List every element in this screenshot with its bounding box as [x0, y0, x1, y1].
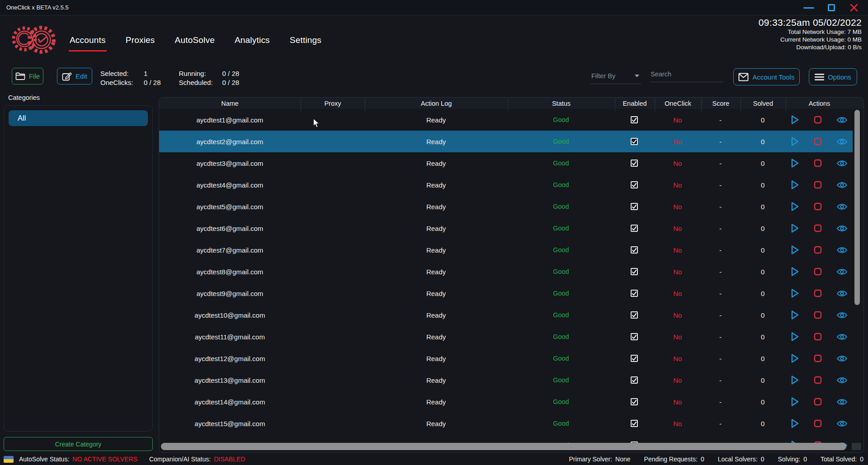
table-row[interactable]: aycdtest3@gmail.comReadyGoodNo-0	[159, 152, 853, 174]
enabled-checkbox[interactable]	[631, 398, 638, 405]
play-icon[interactable]	[790, 310, 799, 320]
table-row[interactable]: aycdtest6@gmail.comReadyGoodNo-0	[159, 217, 853, 239]
stop-icon[interactable]	[814, 376, 822, 384]
table-row[interactable]: aycdtest8@gmail.comReadyGoodNo-0	[159, 261, 853, 282]
play-icon[interactable]	[790, 353, 799, 363]
play-icon[interactable]	[790, 332, 799, 342]
stop-icon[interactable]	[814, 354, 822, 362]
eye-icon[interactable]	[836, 225, 848, 232]
nav-tab-autosolve[interactable]: AutoSolve	[175, 35, 215, 52]
table-row[interactable]: aycdtest2@gmail.comReadyGoodNo-0	[159, 131, 853, 152]
column-header-actions[interactable]: Actions	[786, 98, 853, 109]
enabled-checkbox[interactable]	[631, 116, 638, 123]
play-icon[interactable]	[790, 267, 799, 277]
play-icon[interactable]	[790, 158, 799, 168]
minimize-button[interactable]	[797, 0, 820, 15]
close-button[interactable]	[843, 0, 865, 15]
create-category-button[interactable]: Create Category	[4, 437, 153, 451]
play-icon[interactable]	[790, 397, 799, 407]
table-row[interactable]: aycdtest12@gmail.comReadyGoodNo-0	[159, 348, 853, 369]
column-header-enabled[interactable]: Enabled	[615, 98, 655, 109]
category-item-all[interactable]: All	[9, 110, 148, 126]
eye-icon[interactable]	[836, 138, 848, 146]
nav-tab-accounts[interactable]: Accounts	[70, 35, 106, 52]
column-header-status[interactable]: Status	[508, 98, 615, 109]
horizontal-scrollbar[interactable]	[161, 443, 849, 450]
column-header-proxy[interactable]: Proxy	[301, 98, 365, 109]
horizontal-scrollbar-thumb[interactable]	[161, 443, 846, 450]
eye-icon[interactable]	[836, 290, 848, 297]
enabled-checkbox[interactable]	[631, 246, 638, 254]
play-icon[interactable]	[790, 136, 799, 146]
table-row[interactable]: aycdtest7@gmail.comReadyGoodNo-0	[159, 239, 853, 261]
nav-tab-analytics[interactable]: Analytics	[235, 35, 270, 52]
stop-icon[interactable]	[814, 333, 822, 341]
stop-icon[interactable]	[814, 116, 822, 124]
enabled-checkbox[interactable]	[631, 181, 638, 188]
filter-by-dropdown[interactable]: Filter By	[590, 72, 641, 84]
play-icon[interactable]	[790, 418, 799, 428]
stop-icon[interactable]	[814, 181, 822, 189]
enabled-checkbox[interactable]	[631, 203, 638, 210]
edit-button[interactable]: Edit	[57, 68, 92, 85]
table-row[interactable]: aycdtest11@gmail.comReadyGoodNo-0	[159, 326, 853, 348]
enabled-checkbox[interactable]	[631, 290, 638, 297]
enabled-checkbox[interactable]	[631, 138, 638, 145]
enabled-checkbox[interactable]	[631, 420, 638, 427]
stop-icon[interactable]	[814, 311, 822, 319]
maximize-button[interactable]	[820, 0, 843, 15]
nav-tab-proxies[interactable]: Proxies	[126, 35, 155, 52]
stop-icon[interactable]	[814, 246, 822, 254]
enabled-checkbox[interactable]	[631, 376, 638, 384]
stop-icon[interactable]	[814, 289, 822, 297]
play-icon[interactable]	[790, 115, 799, 125]
enabled-checkbox[interactable]	[631, 333, 638, 340]
table-row[interactable]: aycdtest1@gmail.comReadyGoodNo-0	[159, 109, 853, 131]
column-header-solved[interactable]: Solved	[741, 98, 786, 109]
eye-icon[interactable]	[836, 355, 848, 362]
eye-icon[interactable]	[836, 116, 848, 124]
column-header-name[interactable]: Name	[159, 98, 301, 109]
enabled-checkbox[interactable]	[631, 268, 638, 275]
eye-icon[interactable]	[836, 420, 848, 427]
eye-icon[interactable]	[836, 160, 848, 167]
eye-icon[interactable]	[836, 246, 848, 254]
table-row[interactable]: aycdtest13@gmail.comReadyGoodNo-0	[159, 369, 853, 391]
file-button[interactable]: File	[12, 68, 43, 85]
eye-icon[interactable]	[836, 376, 848, 384]
search-input[interactable]	[650, 69, 723, 82]
column-header-score[interactable]: Score	[701, 98, 741, 109]
account-tools-button[interactable]: Account Tools	[733, 68, 800, 85]
stop-icon[interactable]	[814, 202, 822, 211]
table-row[interactable]: aycdtest14@gmail.comReadyGoodNo-0	[159, 391, 853, 413]
enabled-checkbox[interactable]	[631, 311, 638, 319]
play-icon[interactable]	[790, 288, 799, 298]
column-header-action-log[interactable]: Action Log	[365, 98, 508, 109]
vertical-scrollbar-thumb[interactable]	[854, 110, 860, 305]
table-row[interactable]: aycdtest10@gmail.comReadyGoodNo-0	[159, 304, 853, 326]
table-row[interactable]: aycdtest9@gmail.comReadyGoodNo-0	[159, 282, 853, 304]
stop-icon[interactable]	[814, 224, 822, 232]
options-button[interactable]: Options	[809, 68, 857, 85]
play-icon[interactable]	[790, 223, 799, 233]
stop-icon[interactable]	[814, 419, 822, 427]
play-icon[interactable]	[790, 245, 799, 255]
eye-icon[interactable]	[836, 333, 848, 341]
eye-icon[interactable]	[836, 181, 848, 189]
table-row[interactable]: aycdtest4@gmail.comReadyGoodNo-0	[159, 174, 853, 196]
stop-icon[interactable]	[814, 398, 822, 406]
enabled-checkbox[interactable]	[631, 225, 638, 232]
stop-icon[interactable]	[814, 268, 822, 276]
eye-icon[interactable]	[836, 203, 848, 211]
play-icon[interactable]	[790, 375, 799, 385]
nav-tab-settings[interactable]: Settings	[290, 35, 321, 52]
eye-icon[interactable]	[836, 268, 848, 276]
enabled-checkbox[interactable]	[631, 160, 638, 167]
eye-icon[interactable]	[836, 398, 848, 406]
vertical-scrollbar[interactable]	[854, 110, 860, 442]
stop-icon[interactable]	[814, 159, 822, 167]
enabled-checkbox[interactable]	[631, 355, 638, 362]
column-header-oneclick[interactable]: OneClick	[655, 98, 701, 109]
table-row[interactable]: aycdtest15@gmail.comReadyGoodNo-0	[159, 413, 853, 434]
table-row[interactable]: aycdtest5@gmail.comReadyGoodNo-0	[159, 196, 853, 217]
